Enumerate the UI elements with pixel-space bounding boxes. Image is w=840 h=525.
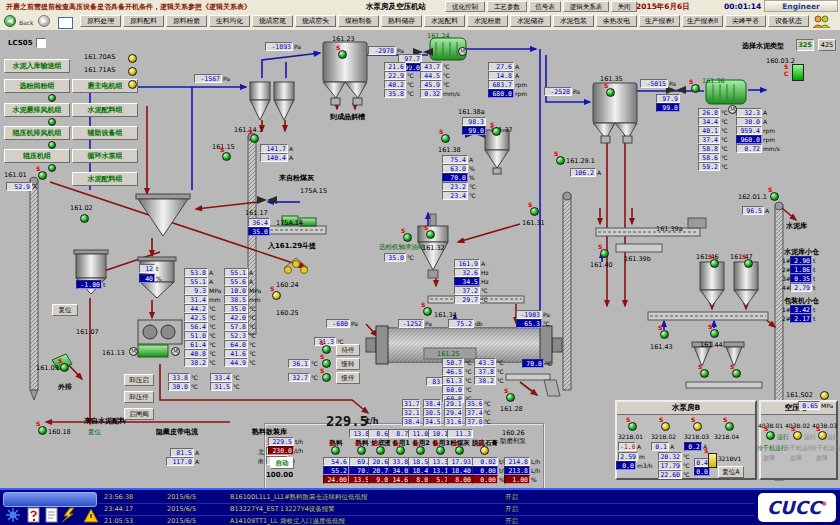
setpoint-box[interactable]: -1.00t	[76, 280, 105, 290]
motor-icon[interactable]: S	[691, 84, 700, 93]
panel-button[interactable]: 待停	[336, 344, 360, 356]
motor-icon[interactable]: S	[38, 171, 47, 180]
motor-icon[interactable]: S	[600, 249, 609, 258]
setpoint-box[interactable]: 2.17t	[790, 314, 815, 324]
motor-icon[interactable]: S	[793, 431, 802, 440]
toolbar-nav-button[interactable]: 原料配料	[123, 15, 164, 27]
help-doc-icon[interactable]	[28, 508, 39, 522]
motor-icon[interactable]: M	[458, 47, 467, 56]
sidebar-group-button[interactable]: 循环水泵组	[72, 149, 138, 163]
feeder-setpoint-value[interactable]: 18.40	[447, 466, 473, 475]
sidebar-group-button[interactable]: 水泥磨排风机组	[4, 103, 70, 117]
sidebar-group-button[interactable]: 水泥配料组	[72, 103, 138, 117]
setpoint-box[interactable]: 99.0	[656, 103, 680, 112]
motor-icon[interactable]	[128, 80, 137, 89]
panel-button[interactable]: 慢停	[336, 372, 360, 384]
setpoint-box[interactable]: 70.0℃	[522, 359, 552, 369]
motor-icon[interactable]: S	[441, 134, 450, 143]
motor-icon[interactable]	[128, 54, 137, 63]
motor-icon[interactable]: S	[222, 152, 231, 161]
motor-icon[interactable]: S	[426, 230, 435, 239]
lcs-checkbox[interactable]	[36, 38, 46, 48]
setpoint-box[interactable]: 0.0m3/h	[616, 461, 653, 471]
panel-button[interactable]: 卸压启	[124, 374, 154, 386]
doc-icon[interactable]	[46, 508, 57, 522]
menu-button[interactable]: 关闭	[611, 1, 637, 12]
snowflake-icon[interactable]	[6, 508, 20, 522]
panel-button[interactable]: 自动	[270, 457, 294, 469]
panel-button[interactable]: 425	[818, 39, 836, 51]
motor-icon[interactable]: S	[606, 88, 615, 97]
motor-icon[interactable]	[128, 67, 137, 76]
toolbar-nav-button[interactable]: 水泥配料	[424, 15, 465, 27]
panel-button[interactable]: 启闸阀	[124, 408, 154, 420]
motor-icon[interactable]: M	[129, 347, 138, 356]
motor-icon[interactable]: S	[710, 329, 719, 338]
setpoint-box[interactable]: 0.0	[694, 467, 710, 476]
panel-button[interactable]: 复位A	[718, 466, 744, 478]
motor-icon[interactable]: S	[506, 393, 515, 402]
toolbar-nav-button[interactable]: 生料均化	[209, 15, 250, 27]
feeder-setpoint-value[interactable]: 55.2	[323, 466, 349, 475]
toolbar-nav-button[interactable]: 水泥包装	[553, 15, 594, 27]
motor-icon[interactable]: S	[818, 431, 827, 440]
feeder-percent-value[interactable]: 24.00	[323, 475, 349, 484]
menu-button[interactable]: 工艺参数	[487, 1, 527, 12]
alarm-value-box[interactable]: 230.0t/h	[268, 446, 303, 456]
motor-icon[interactable]: S	[272, 291, 281, 300]
panel-button[interactable]: 325	[796, 39, 814, 51]
sidebar-group-button[interactable]: 辊压机组	[4, 149, 70, 163]
motor-icon[interactable]: M	[171, 347, 180, 356]
motor-icon[interactable]: S	[628, 422, 637, 431]
feeder-motor-icon[interactable]: S	[480, 446, 489, 455]
toolbar-nav-button[interactable]: 水泥储存	[510, 15, 551, 27]
toolbar-nav-button[interactable]: 余热发电	[596, 15, 637, 27]
alarm-row[interactable]: 21:05:532015/6/5A14109TT1_LL袋收尘入口温度低低报开启	[98, 515, 754, 525]
toolbar-nav-button[interactable]: 原料粉磨	[166, 15, 207, 27]
motor-icon[interactable]: S	[250, 134, 259, 143]
sidebar-group-button[interactable]: 辊压机排风机组	[4, 126, 70, 140]
toolbar-nav-button[interactable]: 原料处理	[80, 15, 121, 27]
motor-icon[interactable]: S	[744, 259, 753, 268]
warning-triangle-icon[interactable]	[84, 509, 98, 522]
toolbar-nav-button[interactable]: 尖峰平谷	[725, 15, 766, 27]
motor-icon[interactable]: S	[556, 156, 565, 165]
motor-icon[interactable]: S	[710, 259, 719, 268]
motor-icon[interactable]: S	[403, 233, 412, 242]
motor-icon[interactable]: S	[693, 422, 702, 431]
menu-button[interactable]: 优化控制	[445, 1, 485, 12]
motor-icon[interactable]: S	[492, 127, 501, 136]
back-button[interactable]: ◀	[4, 15, 16, 27]
setpoint-box[interactable]: 40%	[139, 274, 162, 284]
feeder-motor-icon[interactable]: S	[331, 446, 340, 455]
toolbar-nav-button[interactable]: 设备状态	[768, 15, 809, 27]
motor-icon[interactable]: S	[338, 50, 347, 59]
motor-icon[interactable]: S	[766, 431, 775, 440]
motor-icon[interactable]: S	[700, 369, 709, 378]
toolbar-nav-button[interactable]: 生产报表I	[639, 15, 680, 27]
panel-button[interactable]: 复位	[52, 304, 78, 316]
motor-icon[interactable]	[820, 391, 829, 400]
setpoint-box[interactable]: 680.0rpm	[488, 89, 527, 99]
forward-button[interactable]: ▶	[38, 15, 50, 27]
motor-icon[interactable]: S	[322, 373, 331, 382]
feeder-percent-value[interactable]: 8.00	[447, 475, 473, 484]
motor-icon[interactable]: S	[770, 192, 779, 201]
menu-button[interactable]: 信号表	[529, 1, 561, 12]
toolbar-nav-button[interactable]: 煤粉制备	[338, 15, 379, 27]
motor-icon[interactable]: S	[38, 426, 47, 435]
panel-button[interactable]: 卸压停	[124, 391, 154, 403]
setpoint-box[interactable]: 65.3℃	[516, 319, 550, 329]
lightning-icon[interactable]	[62, 508, 74, 522]
feeder-motor-icon[interactable]: S	[455, 446, 464, 455]
motor-icon[interactable]: S	[530, 207, 539, 216]
motor-icon[interactable]: S	[725, 422, 734, 431]
toolbar-nav-button[interactable]: 烧成窑尾	[252, 15, 293, 27]
sidebar-group-button[interactable]: 辅助设备组	[72, 126, 138, 140]
feeder-percent-value[interactable]: 0.00%	[472, 475, 505, 485]
toolbar-nav-button[interactable]: 生产报表II	[682, 15, 723, 27]
motor-icon[interactable]: S	[732, 369, 741, 378]
motor-icon[interactable]: M	[728, 105, 737, 114]
motor-icon[interactable]: S	[660, 330, 669, 339]
motor-icon[interactable]: S	[661, 422, 670, 431]
